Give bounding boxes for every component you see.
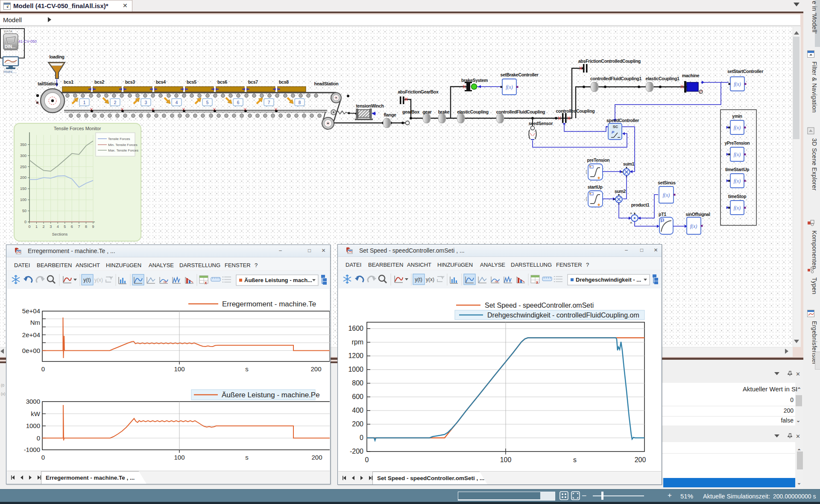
svg-text:y(t): y(t) (415, 277, 422, 283)
svg-text:0: 0 (41, 454, 45, 461)
svg-text:×: × (630, 211, 632, 216)
svg-text:Äußere Leistung - mach...: Äußere Leistung - mach... (244, 277, 312, 283)
svg-text:y(x): y(x) (94, 277, 103, 283)
svg-text:800: 800 (352, 379, 363, 387)
svg-text:x: x (536, 280, 539, 285)
svg-text:f(x): f(x) (663, 192, 670, 198)
svg-text:yPreTension: yPreTension (725, 140, 750, 146)
svg-text:1600: 1600 (348, 325, 363, 332)
svg-text:f(x): f(x) (690, 223, 697, 229)
svg-text:s: s (573, 456, 577, 463)
svg-text:startUp: startUp (588, 184, 603, 189)
svg-text:Erregermoment - machine.Te: Erregermoment - machine.Te (222, 300, 316, 308)
svg-text:rw: rw (164, 280, 167, 283)
svg-text:0: 0 (365, 456, 369, 463)
svg-text:×: × (630, 221, 632, 225)
svg-text:400: 400 (352, 407, 363, 414)
svg-text:pT1: pT1 (659, 212, 666, 217)
svg-text:3000: 3000 (26, 398, 40, 405)
svg-text:x: x (205, 280, 207, 285)
svg-text:Drehgeschwindigkeit - ...: Drehgeschwindigkeit - ... (576, 277, 641, 283)
svg-text:setSinus: setSinus (658, 180, 676, 185)
svg-text:-200: -200 (350, 448, 363, 455)
svg-text:ymin: ymin (732, 114, 742, 119)
svg-text:sum2: sum2 (615, 189, 626, 194)
svg-text:y(x): y(x) (426, 277, 434, 283)
svg-text:1000: 1000 (348, 366, 363, 373)
svg-text:rw: rw (495, 280, 498, 283)
svg-text:f(x): f(x) (734, 205, 741, 211)
svg-text:-1000: -1000 (24, 446, 40, 453)
svg-text:s: s (245, 365, 249, 373)
svg-text:200: 200 (635, 456, 646, 463)
svg-text:y(t): y(t) (83, 277, 91, 283)
svg-text:sum1: sum1 (623, 161, 635, 166)
svg-text:product1: product1 (631, 202, 650, 207)
svg-text:200: 200 (311, 454, 322, 461)
svg-text:200: 200 (310, 365, 321, 373)
svg-text:200: 200 (352, 420, 363, 428)
svg-text:100: 100 (174, 454, 184, 461)
svg-text:0: 0 (360, 434, 363, 441)
svg-text:5e+04: 5e+04 (22, 307, 40, 315)
svg-text:f(x): f(x) (734, 125, 741, 131)
svg-text:s: s (245, 454, 249, 461)
svg-text:preTension: preTension (587, 157, 610, 163)
svg-text:Äußere Leistung - machine.Pe: Äußere Leistung - machine.Pe (222, 391, 320, 399)
svg-text:Drehgeschwindigkeit - controll: Drehgeschwindigkeit - controlledFluidCou… (487, 312, 639, 319)
svg-text:100: 100 (500, 456, 512, 463)
svg-text:rpm: rpm (351, 338, 363, 346)
svg-text:0: 0 (41, 365, 45, 373)
svg-text:f(x): f(x) (734, 178, 741, 184)
svg-text:sinOffsignal: sinOffsignal (685, 212, 710, 217)
svg-text:100: 100 (174, 365, 184, 373)
svg-text:kW: kW (31, 410, 41, 417)
svg-text:Set Speed - speedController.om: Set Speed - speedController.omSeti (485, 302, 594, 309)
svg-text:timeStop: timeStop (728, 194, 747, 199)
svg-text:1200: 1200 (348, 352, 363, 359)
svg-text:timeStartUp: timeStartUp (725, 167, 749, 172)
svg-text:f(x): f(x) (734, 151, 741, 157)
svg-text:0e+00: 0e+00 (22, 347, 40, 354)
svg-text:1000: 1000 (26, 422, 40, 429)
svg-text:0: 0 (37, 434, 40, 442)
svg-text:600: 600 (352, 393, 363, 400)
svg-text:Nm: Nm (30, 319, 40, 326)
svg-text:2e+04: 2e+04 (22, 331, 40, 338)
